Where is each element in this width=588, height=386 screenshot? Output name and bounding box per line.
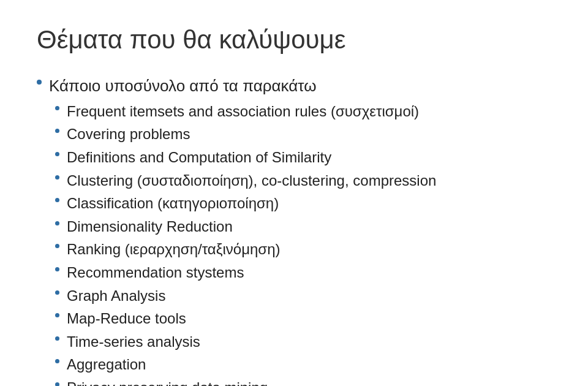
bullet-icon bbox=[55, 198, 59, 202]
list-item: Graph Analysis bbox=[55, 286, 551, 306]
list-item: Aggregation bbox=[55, 354, 551, 375]
content-area: Κάποιο υποσύνολο από τα παρακάτωFrequent… bbox=[37, 75, 551, 386]
bullet-text: Definitions and Computation of Similarit… bbox=[67, 147, 331, 168]
list-item: Clustering (συσταδιοποίηση), co-clusteri… bbox=[55, 170, 551, 191]
bullet-text: Ranking (ιεραρχηση/ταξινόμηση) bbox=[67, 239, 280, 260]
bullet-text: Graph Analysis bbox=[67, 286, 165, 306]
bullet-text: Time-series analysis bbox=[67, 331, 200, 352]
bullet-text: Covering problems bbox=[67, 124, 190, 145]
slide-title: Θέματα που θα καλύψουμε bbox=[37, 25, 551, 55]
bullet-text: Frequent itemsets and association rules … bbox=[67, 101, 419, 122]
bullet-icon bbox=[55, 359, 59, 363]
bullet-icon bbox=[55, 313, 59, 317]
bullet-icon bbox=[55, 129, 59, 133]
bullet-icon bbox=[55, 152, 59, 156]
list-item: Map-Reduce tools bbox=[55, 308, 551, 329]
list-item: Frequent itemsets and association rules … bbox=[55, 101, 551, 122]
list-item: Privacy preserving data mining bbox=[55, 377, 551, 386]
bullet-icon bbox=[55, 244, 59, 248]
list-item: Time-series analysis bbox=[55, 331, 551, 352]
list-item: Ranking (ιεραρχηση/ταξινόμηση) bbox=[55, 239, 551, 260]
list-item: Κάποιο υποσύνολο από τα παρακάτω bbox=[37, 75, 551, 97]
bullet-text: Privacy preserving data mining bbox=[67, 377, 268, 386]
list-item: Covering problems bbox=[55, 124, 551, 145]
bullet-icon bbox=[55, 290, 59, 295]
bullet-icon bbox=[55, 267, 59, 271]
bullet-text: Map-Reduce tools bbox=[67, 308, 186, 329]
bullet-icon bbox=[55, 382, 59, 386]
bullet-text: Clustering (συσταδιοποίηση), co-clusteri… bbox=[67, 170, 436, 191]
bullet-icon bbox=[55, 175, 59, 180]
list-item: Recommendation stystems bbox=[55, 262, 551, 283]
list-item: Classification (κατηγοριοποίηση) bbox=[55, 193, 551, 214]
slide: Θέματα που θα καλύψουμε Κάποιο υποσύνολο… bbox=[0, 0, 588, 386]
bullet-text: Recommendation stystems bbox=[67, 262, 244, 283]
bullet-text: Aggregation bbox=[67, 354, 146, 375]
bullet-text: Classification (κατηγοριοποίηση) bbox=[67, 193, 279, 214]
list-item: Dimensionality Reduction bbox=[55, 216, 551, 237]
bullet-icon bbox=[37, 80, 42, 85]
bullet-icon bbox=[55, 221, 59, 225]
bullet-text: Dimensionality Reduction bbox=[67, 216, 233, 237]
bullet-text: Κάποιο υποσύνολο από τα παρακάτω bbox=[49, 75, 316, 97]
list-item: Definitions and Computation of Similarit… bbox=[55, 147, 551, 168]
bullet-icon bbox=[55, 336, 59, 341]
bullet-icon bbox=[55, 106, 59, 110]
